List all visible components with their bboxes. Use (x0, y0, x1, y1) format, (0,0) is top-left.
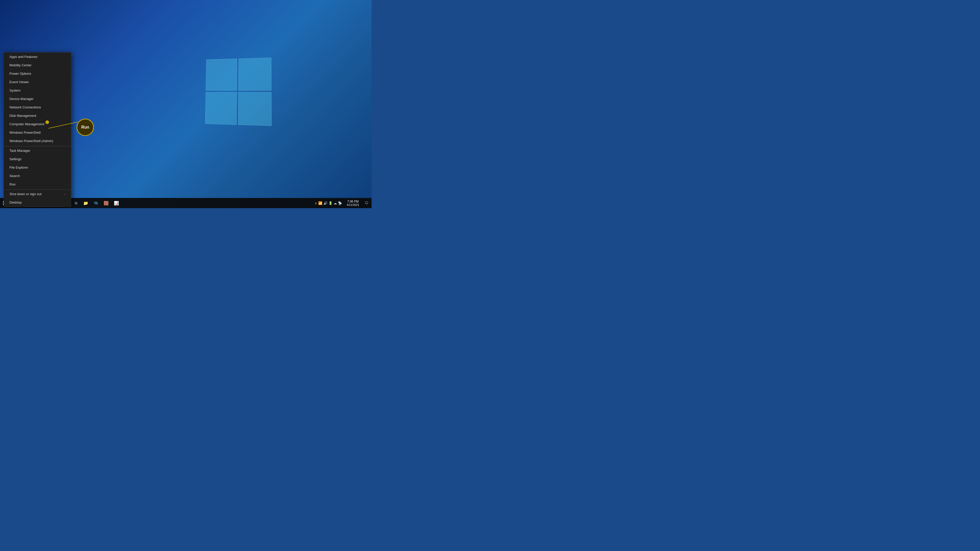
menu-item-windows-powershell[interactable]: Windows PowerShell (4, 128, 71, 137)
win-tile-4 (238, 92, 272, 126)
task-view-button[interactable]: ⧉ (72, 198, 81, 208)
menu-item-windows-powershell-admin[interactable]: Windows PowerShell (Admin) (4, 137, 71, 145)
menu-item-label-power-options: Power Options (10, 72, 31, 76)
context-menu: Apps and FeaturesMobility CenterPower Op… (3, 52, 71, 207)
menu-item-apps-features[interactable]: Apps and Features (4, 52, 71, 61)
menu-item-label-task-manager: Task Manager (10, 149, 30, 152)
menu-item-disk-management[interactable]: Disk Management (4, 111, 71, 120)
system-tray: ∧ 📶 🔊 🔋 ☁ 📡 7:06 PM 4/11/2021 🗨 (313, 198, 372, 208)
notification-button[interactable]: 🗨 (363, 198, 371, 208)
menu-item-label-apps-features: Apps and Features (10, 55, 38, 59)
win-tile-3 (205, 92, 237, 125)
menu-item-label-windows-powershell-admin: Windows PowerShell (Admin) (10, 139, 53, 143)
menu-item-run[interactable]: Run (4, 180, 71, 189)
tray-network-icon[interactable]: 📶 (318, 201, 322, 205)
menu-item-mobility-center[interactable]: Mobility Center (4, 61, 71, 69)
menu-item-label-shut-down: Shut down or sign out (10, 192, 41, 196)
app3-button[interactable]: 🟫 (101, 198, 111, 208)
tray-battery-icon[interactable]: 🔋 (328, 201, 332, 205)
menu-item-label-network-connections: Network Connections (10, 105, 41, 109)
notification-icon: 🗨 (365, 201, 368, 205)
tray-wifi-icon[interactable]: 📡 (338, 201, 342, 205)
submenu-chevron-shut-down: › (64, 192, 65, 196)
menu-item-label-run: Run (10, 183, 16, 186)
menu-item-label-settings: Settings (10, 157, 21, 161)
menu-item-system[interactable]: System (4, 86, 71, 95)
light-streak-3 (37, 0, 372, 63)
menu-item-power-options[interactable]: Power Options (4, 69, 71, 78)
menu-item-label-search: Search (10, 174, 20, 178)
file-explorer-icon: 📁 (83, 201, 88, 206)
clock-time: 7:06 PM (347, 200, 359, 203)
menu-item-search[interactable]: Search (4, 171, 71, 180)
menu-item-label-mobility-center: Mobility Center (10, 63, 32, 67)
file-explorer-button[interactable]: 📁 (81, 198, 91, 208)
menu-item-computer-management[interactable]: Computer Management (4, 120, 71, 128)
light-streak-1 (37, 0, 372, 1)
tray-expand-icon[interactable]: ∧ (315, 201, 317, 205)
menu-item-network-connections[interactable]: Network Connections (4, 103, 71, 111)
taskbar-app-icons: 📁 🛍 🟫 📊 (81, 198, 121, 208)
excel-button[interactable]: 📊 (111, 198, 121, 208)
store-button[interactable]: 🛍 (91, 198, 101, 208)
menu-item-device-manager[interactable]: Device Manager (4, 95, 71, 103)
menu-item-label-event-viewer: Event Viewer (10, 80, 29, 84)
menu-item-label-windows-powershell: Windows PowerShell (10, 130, 41, 135)
menu-item-label-desktop: Desktop (10, 200, 22, 204)
menu-item-desktop[interactable]: Desktop (4, 198, 71, 206)
tray-volume-icon[interactable]: 🔊 (323, 201, 328, 205)
menu-item-task-manager[interactable]: Task Manager (4, 146, 71, 155)
menu-item-settings[interactable]: Settings (4, 155, 71, 163)
run-bubble: Run (76, 119, 94, 136)
menu-item-label-disk-management: Disk Management (10, 114, 36, 118)
desktop: Apps and FeaturesMobility CenterPower Op… (0, 0, 372, 208)
menu-item-event-viewer[interactable]: Event Viewer (4, 78, 71, 86)
windows-logo (204, 58, 271, 124)
store-icon: 🛍 (94, 201, 98, 205)
menu-item-label-computer-management: Computer Management (10, 122, 45, 126)
light-streak-2 (37, 0, 372, 32)
menu-item-label-system: System (10, 89, 21, 92)
win-tile-1 (206, 59, 237, 91)
tray-cloud-icon[interactable]: ☁ (334, 201, 337, 205)
clock-date: 4/11/2021 (347, 203, 360, 206)
app3-icon: 🟫 (103, 201, 109, 206)
task-view-icon: ⧉ (75, 201, 77, 205)
clock[interactable]: 7:06 PM 4/11/2021 (344, 200, 362, 206)
win-tile-2 (239, 58, 272, 91)
tray-icons: ∧ 📶 🔊 🔋 ☁ 📡 (313, 201, 344, 205)
menu-item-label-file-explorer: File Explorer (10, 165, 28, 169)
menu-item-file-explorer[interactable]: File Explorer (4, 163, 71, 171)
excel-icon: 📊 (114, 201, 119, 206)
menu-item-shut-down[interactable]: Shut down or sign out› (4, 189, 71, 198)
menu-item-label-device-manager: Device Manager (10, 97, 34, 101)
